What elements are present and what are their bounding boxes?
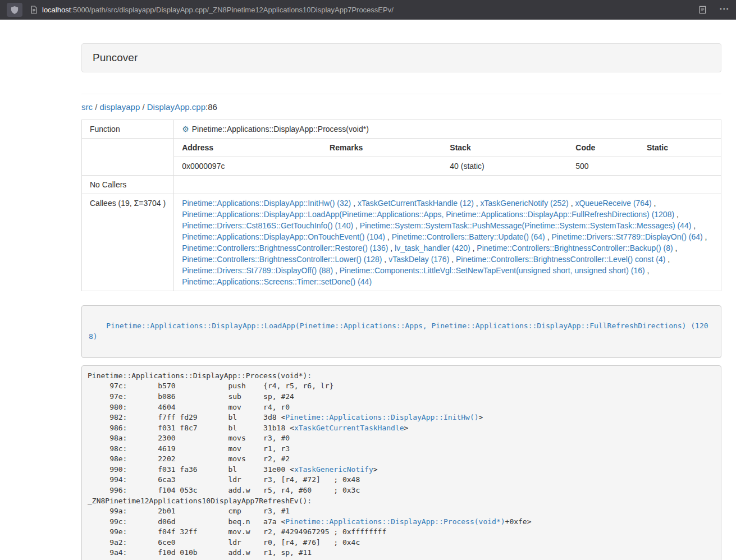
callee-link[interactable]: xQueueReceive (764) [575, 199, 651, 208]
column-code: Code [568, 139, 639, 157]
shield-icon [11, 6, 19, 15]
chrome-right-controls: ⋯ [698, 4, 729, 16]
url-path: :5000/path/src/displayapp/DisplayApp.cpp… [71, 6, 394, 14]
callee-link[interactable]: Pinetime::Drivers::St7789::DisplayOn() (… [551, 232, 702, 241]
function-label: Function [82, 120, 174, 139]
callee-link[interactable]: Pinetime::Controllers::Battery::Update()… [392, 232, 545, 241]
breadcrumb-link[interactable]: src [81, 102, 93, 112]
callee-link[interactable]: Pinetime::Controllers::BrightnessControl… [182, 255, 382, 264]
metrics-table: Address Remarks Stack Code Static 0x0000… [174, 139, 721, 175]
metrics-empty-label [82, 139, 174, 176]
function-icon: ⚙ [182, 125, 189, 134]
no-callers-label: No Callers [82, 176, 174, 194]
page-container: Puncover src / displayapp / DisplayApp.c… [81, 20, 721, 560]
callee-link[interactable]: Pinetime::Components::LittleVgl::SetNewT… [340, 266, 645, 275]
disassembly-pre: Pinetime::Applications::DisplayApp::Proc… [81, 365, 721, 560]
reader-view-icon[interactable] [698, 6, 707, 14]
callee-link[interactable]: Pinetime::Applications::DisplayApp::Load… [182, 210, 674, 219]
browser-chrome: localhost:5000/path/src/displayapp/Displ… [0, 0, 736, 20]
code-value: 500 [568, 157, 639, 176]
metrics-row: Address Remarks Stack Code Static 0x0000… [82, 139, 721, 176]
callees-label: Callees (19, Σ=3704 ) [82, 194, 174, 291]
more-menu-button[interactable]: ⋯ [719, 4, 729, 16]
remarks-value [322, 157, 442, 176]
callee-link[interactable]: Pinetime::Controllers::BrightnessControl… [477, 244, 673, 253]
column-remarks: Remarks [322, 139, 442, 157]
page-info-icon [30, 6, 38, 14]
code-symbol-link[interactable]: Pinetime::Applications::DisplayApp::Proc… [285, 517, 505, 526]
address-value: 0x0000097c [174, 157, 322, 176]
breadcrumb: src / displayapp / DisplayApp.cpp:86 [81, 102, 721, 112]
function-row: Function ⚙Pinetime::Applications::Displa… [82, 120, 721, 139]
callee-link[interactable]: vTaskDelay (176) [388, 255, 449, 264]
callee-link[interactable]: Pinetime::System::SystemTask::PushMessag… [360, 221, 692, 230]
breadcrumb-link[interactable]: DisplayApp.cpp [147, 102, 205, 112]
function-name: Pinetime::Applications::DisplayApp::Proc… [192, 125, 369, 134]
breadcrumb-separator: / [93, 102, 100, 112]
callee-link[interactable]: Pinetime::Drivers::Cst816S::GetTouchInfo… [182, 221, 353, 230]
callee-link[interactable]: Pinetime::Applications::Screens::Timer::… [182, 277, 372, 286]
stack-value: 40 (static) [442, 157, 568, 176]
column-stack: Stack [442, 139, 568, 157]
callees-row: Callees (19, Σ=3704 ) Pinetime::Applicat… [82, 194, 721, 291]
callee-link[interactable]: Pinetime::Controllers::BrightnessControl… [182, 244, 388, 253]
callee-link[interactable]: Pinetime::Applications::DisplayApp::OnTo… [182, 232, 385, 241]
callee-link[interactable]: xTaskGenericNotify (252) [481, 199, 569, 208]
url-bar[interactable]: localhost:5000/path/src/displayapp/Displ… [22, 6, 698, 14]
metrics-value-row: 0x0000097c 40 (static) 500 [174, 157, 721, 176]
callee-link[interactable]: Pinetime::Drivers::St7789::DisplayOff() … [182, 266, 333, 275]
column-static: Static [639, 139, 721, 157]
static-value [639, 157, 721, 176]
column-address: Address [174, 139, 322, 157]
no-callers-row: No Callers [82, 176, 721, 194]
callee-link[interactable]: Pinetime::Controllers::BrightnessControl… [456, 255, 665, 264]
divider [81, 94, 721, 94]
code-symbol-link[interactable]: xTaskGetCurrentTaskHandle [294, 424, 404, 432]
code-symbol-link[interactable]: Pinetime::Applications::DisplayApp::Init… [285, 413, 478, 421]
page-title: Puncover [93, 52, 138, 63]
highlighted-symbol-link[interactable]: Pinetime::Applications::DisplayApp::Load… [89, 322, 708, 340]
url-text: localhost:5000/path/src/displayapp/Displ… [42, 6, 394, 14]
callee-link[interactable]: lv_task_handler (420) [395, 244, 470, 253]
highlighted-symbol-box: Pinetime::Applications::DisplayApp::Load… [81, 305, 721, 358]
callee-link[interactable]: Pinetime::Applications::DisplayApp::Init… [182, 199, 351, 208]
callees-list: Pinetime::Applications::DisplayApp::Init… [174, 194, 721, 291]
metrics-header-row: Address Remarks Stack Code Static [174, 139, 721, 157]
breadcrumb-link[interactable]: displayapp [100, 102, 140, 112]
tracking-protection-button[interactable] [7, 3, 22, 17]
url-host: localhost [42, 6, 71, 14]
callee-link[interactable]: xTaskGetCurrentTaskHandle (12) [358, 199, 474, 208]
function-table: Function ⚙Pinetime::Applications::Displa… [81, 120, 721, 291]
page-title-box: Puncover [81, 43, 721, 72]
code-symbol-link[interactable]: xTaskGenericNotify [294, 465, 373, 474]
breadcrumb-line-number: :86 [205, 102, 217, 112]
breadcrumb-separator: / [140, 102, 147, 112]
